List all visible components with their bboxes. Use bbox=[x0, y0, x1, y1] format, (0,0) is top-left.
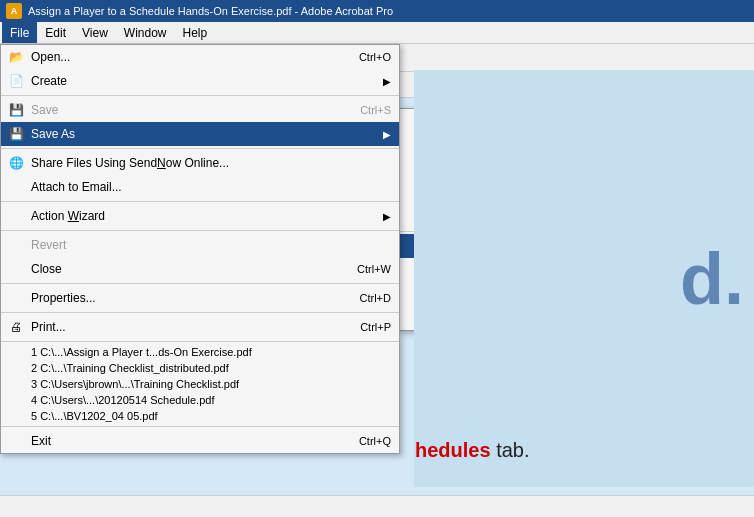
props-icon bbox=[5, 287, 27, 309]
create-icon: 📄 bbox=[5, 70, 27, 92]
schedules-rest: tab. bbox=[491, 439, 530, 461]
schedules-text: hedules tab. bbox=[415, 439, 530, 462]
exit-shortcut: Ctrl+Q bbox=[359, 435, 391, 447]
open-shortcut: Ctrl+O bbox=[359, 51, 391, 63]
attach-label: Attach to Email... bbox=[31, 180, 122, 194]
menu-bar: File Edit View Window Help bbox=[0, 22, 754, 44]
menu-close[interactable]: Close Ctrl+W bbox=[1, 257, 399, 281]
revert-label: Revert bbox=[31, 238, 66, 252]
menu-attach-email[interactable]: Attach to Email... bbox=[1, 175, 399, 199]
save-shortcut: Ctrl+S bbox=[360, 104, 391, 116]
create-label: Create bbox=[31, 74, 67, 88]
menu-exit[interactable]: Exit Ctrl+Q bbox=[1, 429, 399, 453]
sep-4 bbox=[1, 230, 399, 231]
doc-background: d. bbox=[414, 70, 754, 487]
title-bar: A Assign a Player to a Schedule Hands-On… bbox=[0, 0, 754, 22]
sep-6 bbox=[1, 312, 399, 313]
doc-letter: d. bbox=[680, 238, 744, 320]
print-label: Print... bbox=[31, 320, 66, 334]
sep-7 bbox=[1, 341, 399, 342]
menu-properties[interactable]: Properties... Ctrl+D bbox=[1, 286, 399, 310]
recent-file-3[interactable]: 3 C:\Users\jbrown\...\Training Checklist… bbox=[1, 376, 399, 392]
menu-print[interactable]: 🖨 Print... Ctrl+P bbox=[1, 315, 399, 339]
sep-2 bbox=[1, 148, 399, 149]
menu-save-as[interactable]: 💾 Save As ▶ bbox=[1, 122, 399, 146]
sep-8 bbox=[1, 426, 399, 427]
attach-icon bbox=[5, 176, 27, 198]
print-shortcut: Ctrl+P bbox=[360, 321, 391, 333]
close-shortcut: Ctrl+W bbox=[357, 263, 391, 275]
revert-icon bbox=[5, 234, 27, 256]
menu-create[interactable]: 📄 Create ▶ bbox=[1, 69, 399, 93]
recent-file-4[interactable]: 4 C:\Users\...\20120514 Schedule.pdf bbox=[1, 392, 399, 408]
open-label: Open... bbox=[31, 50, 70, 64]
menu-share[interactable]: 🌐 Share Files Using SendNow Online... bbox=[1, 151, 399, 175]
share-label: Share Files Using SendNow Online... bbox=[31, 156, 229, 170]
open-icon: 📂 bbox=[5, 46, 27, 68]
file-menu-dropdown: 📂 Open... Ctrl+O 📄 Create ▶ 💾 Save Ctrl+… bbox=[0, 44, 400, 454]
app-icon: A bbox=[6, 3, 22, 19]
menu-save: 💾 Save Ctrl+S bbox=[1, 98, 399, 122]
menu-file[interactable]: File bbox=[2, 22, 37, 43]
sep-3 bbox=[1, 201, 399, 202]
menu-edit[interactable]: Edit bbox=[37, 22, 74, 43]
menu-action-wizard[interactable]: Action Wizard ▶ bbox=[1, 204, 399, 228]
save-icon: 💾 bbox=[5, 99, 27, 121]
close-icon bbox=[5, 258, 27, 280]
window-title: Assign a Player to a Schedule Hands-On E… bbox=[28, 5, 393, 17]
action-arrow: ▶ bbox=[383, 211, 391, 222]
schedules-highlight: hedules bbox=[415, 439, 491, 461]
menu-revert: Revert bbox=[1, 233, 399, 257]
save-label: Save bbox=[31, 103, 58, 117]
props-shortcut: Ctrl+D bbox=[360, 292, 391, 304]
exit-label: Exit bbox=[31, 434, 51, 448]
recent-file-2[interactable]: 2 C:\...\Training Checklist_distributed.… bbox=[1, 360, 399, 376]
create-arrow: ▶ bbox=[383, 76, 391, 87]
recent-file-1[interactable]: 1 C:\...\Assign a Player t...ds-On Exerc… bbox=[1, 344, 399, 360]
save-as-label: Save As bbox=[31, 127, 75, 141]
sep-5 bbox=[1, 283, 399, 284]
status-bar bbox=[0, 495, 754, 517]
menu-open[interactable]: 📂 Open... Ctrl+O bbox=[1, 45, 399, 69]
props-label: Properties... bbox=[31, 291, 96, 305]
menu-window[interactable]: Window bbox=[116, 22, 175, 43]
exit-icon bbox=[5, 430, 27, 452]
share-icon: 🌐 bbox=[5, 152, 27, 174]
sep-1 bbox=[1, 95, 399, 96]
print-icon: 🖨 bbox=[5, 316, 27, 338]
close-label: Close bbox=[31, 262, 62, 276]
action-icon bbox=[5, 205, 27, 227]
action-label: Action Wizard bbox=[31, 209, 105, 223]
menu-help[interactable]: Help bbox=[175, 22, 216, 43]
menu-view[interactable]: View bbox=[74, 22, 116, 43]
save-as-icon: 💾 bbox=[5, 123, 27, 145]
save-as-arrow: ▶ bbox=[383, 129, 391, 140]
recent-file-5[interactable]: 5 C:\...\BV1202_04 05.pdf bbox=[1, 408, 399, 424]
